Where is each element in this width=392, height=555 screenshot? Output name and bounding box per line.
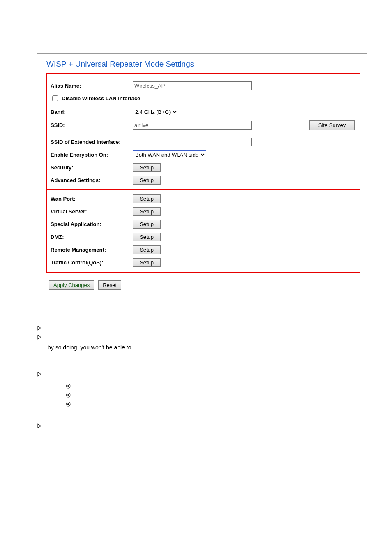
- virtual-server-setup-button[interactable]: Setup: [133, 207, 161, 216]
- qos-label: Traffic Control(QoS):: [51, 259, 133, 266]
- site-survey-button[interactable]: Site Survey: [309, 120, 355, 130]
- ssid-label: SSID:: [51, 122, 133, 128]
- settings-panel: WISP + Universal Repeater Mode Settings …: [37, 53, 367, 301]
- dmz-setup-button[interactable]: Setup: [133, 233, 161, 241]
- circle-dot-icon: [66, 384, 71, 388]
- special-application-label: Special Application:: [51, 221, 133, 227]
- wan-port-setup-button[interactable]: Setup: [133, 194, 161, 203]
- chevron-right-icon: [37, 335, 44, 342]
- svg-point-1: [67, 385, 69, 387]
- disable-wlan-label: Disable Wireless LAN Interface: [62, 95, 140, 102]
- wireless-settings-block: Alias Name: Disable Wireless LAN Interfa…: [46, 73, 360, 190]
- enable-encryption-select[interactable]: Both WAN and WLAN side: [133, 150, 206, 159]
- advanced-settings-label: Advanced Settings:: [51, 177, 133, 183]
- wan-port-label: Wan Port:: [51, 196, 133, 202]
- ssid-extended-input[interactable]: [133, 138, 252, 146]
- notes-list: by so doing, you won't be able to: [37, 326, 349, 431]
- chevron-right-icon: [37, 372, 44, 379]
- apply-changes-button[interactable]: Apply Changes: [49, 280, 94, 290]
- disable-wlan-checkbox[interactable]: [52, 95, 58, 101]
- wan-settings-block: Wan Port: Setup Virtual Server: Setup Sp…: [46, 190, 360, 273]
- note-item: [48, 372, 349, 379]
- virtual-server-label: Virtual Server:: [51, 208, 133, 215]
- remote-management-setup-button[interactable]: Setup: [133, 245, 161, 254]
- svg-point-3: [67, 394, 69, 396]
- note-text: by so doing, you won't be able to: [48, 344, 349, 351]
- note-item: [48, 335, 349, 342]
- special-application-setup-button[interactable]: Setup: [133, 220, 161, 229]
- divider: [51, 134, 355, 134]
- band-select[interactable]: 2.4 GHz (B+G): [133, 108, 178, 116]
- svg-point-5: [67, 403, 69, 405]
- page-title: WISP + Universal Repeater Mode Settings: [46, 60, 360, 69]
- chevron-right-icon: [37, 326, 44, 333]
- enable-encryption-label: Enable Encryption On:: [51, 152, 133, 158]
- advanced-setup-button[interactable]: Setup: [133, 176, 161, 185]
- chevron-right-icon: [37, 423, 44, 431]
- circle-dot-icon: [66, 402, 71, 407]
- security-label: Security:: [51, 164, 133, 171]
- note-item: [48, 423, 349, 431]
- alias-name-label: Alias Name:: [51, 83, 133, 89]
- band-label: Band:: [51, 109, 133, 115]
- reset-button[interactable]: Reset: [98, 280, 121, 290]
- note-item: [48, 326, 349, 333]
- ssid-extended-label: SSID of Extended Interface:: [51, 139, 133, 145]
- dmz-label: DMZ:: [51, 234, 133, 240]
- remote-management-label: Remote Management:: [51, 247, 133, 253]
- qos-setup-button[interactable]: Setup: [133, 258, 161, 267]
- circle-dot-icon: [66, 393, 71, 398]
- security-setup-button[interactable]: Setup: [133, 163, 161, 172]
- ssid-input[interactable]: [133, 121, 252, 130]
- alias-name-input[interactable]: [133, 81, 252, 90]
